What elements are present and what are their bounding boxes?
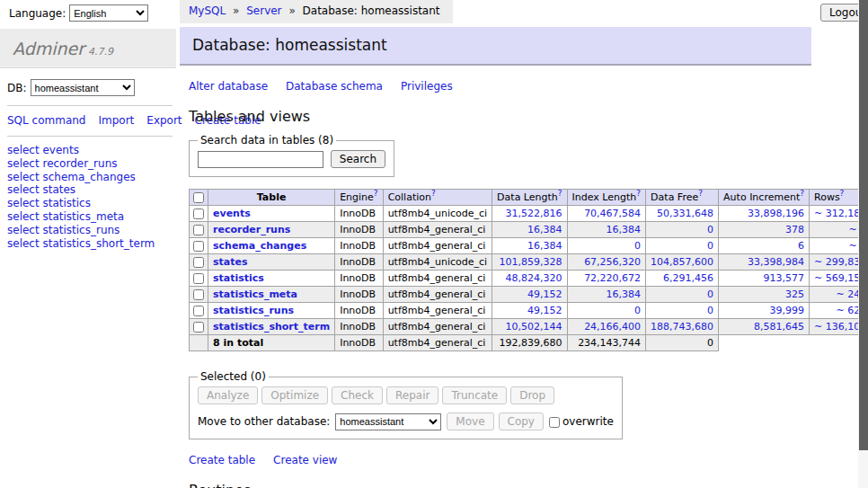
check-button[interactable]: Check bbox=[332, 386, 383, 404]
data-free-link[interactable]: 0 bbox=[707, 305, 713, 316]
table-link[interactable]: recorder_runs bbox=[213, 224, 290, 235]
index-length-link[interactable]: 72,220,672 bbox=[584, 272, 641, 284]
sidebar-table-link[interactable]: select states bbox=[7, 183, 173, 197]
app-version[interactable]: 4.7.9 bbox=[88, 46, 113, 58]
help-link[interactable]: ? bbox=[374, 189, 378, 198]
total-data-free: 0 bbox=[646, 335, 719, 351]
table-link[interactable]: events bbox=[213, 208, 251, 219]
index-length-link[interactable]: 24,166,400 bbox=[584, 321, 641, 333]
data-length-link[interactable]: 31,522,816 bbox=[506, 208, 562, 219]
scrollbar-thumb[interactable] bbox=[859, 0, 868, 450]
sidebar-action-link[interactable]: Import bbox=[98, 114, 134, 127]
data-length-link[interactable]: 16,384 bbox=[527, 240, 562, 252]
row-checkbox[interactable] bbox=[193, 257, 204, 268]
selected-legend: Selected (0) bbox=[198, 370, 269, 383]
auto-increment-link[interactable]: 39,999 bbox=[770, 305, 805, 316]
data-length-link[interactable]: 16,384 bbox=[527, 224, 562, 235]
copy-button[interactable]: Copy bbox=[499, 413, 544, 430]
sidebar-table-link[interactable]: select statistics_runs bbox=[7, 224, 173, 237]
table-link[interactable]: statistics_runs bbox=[213, 305, 294, 316]
row-checkbox[interactable] bbox=[193, 322, 204, 333]
help-link[interactable]: ? bbox=[558, 189, 562, 198]
drop-button[interactable]: Drop bbox=[510, 386, 554, 404]
move-db-select[interactable]: homeassistant bbox=[335, 413, 441, 430]
help-link[interactable]: ? bbox=[800, 189, 804, 198]
breadcrumb-link-mysql[interactable]: MySQL bbox=[189, 4, 226, 17]
auto-increment-link[interactable]: 6 bbox=[798, 240, 804, 252]
breadcrumb-link-server[interactable]: Server bbox=[246, 4, 281, 17]
analyze-button[interactable]: Analyze bbox=[198, 386, 258, 404]
data-length-link[interactable]: 48,824,320 bbox=[506, 272, 562, 284]
help-link[interactable]: ? bbox=[636, 189, 641, 198]
auto-increment-link[interactable]: 325 bbox=[785, 288, 804, 300]
sidebar-table-link[interactable]: select schema_changes bbox=[7, 171, 173, 184]
overwrite-checkbox[interactable] bbox=[549, 417, 560, 428]
data-free-link[interactable]: 50,331,648 bbox=[657, 208, 713, 219]
sidebar-table-link[interactable]: select recorder_runs bbox=[7, 157, 173, 171]
repair-button[interactable]: Repair bbox=[386, 386, 438, 404]
data-free-link[interactable]: 6,291,456 bbox=[663, 272, 713, 284]
column-header: Data Free? bbox=[646, 190, 719, 206]
row-checkbox[interactable] bbox=[193, 306, 204, 316]
optimize-button[interactable]: Optimize bbox=[261, 386, 328, 404]
search-button[interactable]: Search bbox=[331, 150, 385, 168]
db-action-link[interactable]: Alter database bbox=[189, 80, 268, 93]
data-length-link[interactable]: 101,859,328 bbox=[500, 256, 562, 268]
engine-cell: InnoDB bbox=[335, 206, 383, 222]
scrollbar-track[interactable] bbox=[858, 0, 868, 488]
sidebar-table-link[interactable]: select events bbox=[7, 144, 173, 157]
auto-increment-link[interactable]: 378 bbox=[785, 224, 804, 235]
db-action-link[interactable]: Privileges bbox=[401, 80, 453, 93]
table-link[interactable]: statistics bbox=[213, 272, 264, 284]
row-checkbox[interactable] bbox=[193, 225, 204, 235]
overwrite-label[interactable]: overwrite bbox=[562, 415, 614, 428]
column-header-label: Rows bbox=[814, 191, 840, 203]
data-length-link[interactable]: 49,152 bbox=[527, 305, 562, 316]
search-input[interactable] bbox=[198, 151, 323, 168]
table-link[interactable]: statistics_meta bbox=[213, 288, 297, 300]
help-link[interactable]: ? bbox=[840, 189, 845, 198]
data-length-link[interactable]: 10,502,144 bbox=[506, 321, 562, 333]
sidebar-table-link[interactable]: select statistics_short_term bbox=[7, 237, 173, 251]
auto-increment-link[interactable]: 913,577 bbox=[764, 272, 805, 284]
auto-increment-link[interactable]: 33,398,984 bbox=[748, 256, 804, 268]
db-action-links: Alter databaseDatabase schemaPrivileges bbox=[189, 80, 819, 93]
create-link[interactable]: Create view bbox=[273, 454, 337, 466]
sidebar-table-link[interactable]: select statistics bbox=[7, 197, 173, 210]
help-link[interactable]: ? bbox=[698, 189, 703, 198]
data-free-link[interactable]: 0 bbox=[707, 240, 713, 252]
db-action-link[interactable]: Database schema bbox=[286, 80, 383, 93]
row-checkbox[interactable] bbox=[193, 209, 204, 219]
select-all-checkbox[interactable] bbox=[193, 192, 204, 203]
index-length-link[interactable]: 0 bbox=[634, 240, 641, 252]
index-length-link[interactable]: 70,467,584 bbox=[584, 208, 641, 219]
move-button[interactable]: Move bbox=[447, 413, 493, 430]
sidebar-action-link[interactable]: Export bbox=[146, 114, 182, 127]
index-length-link[interactable]: 67,256,320 bbox=[584, 256, 641, 268]
auto-increment-link[interactable]: 33,898,196 bbox=[748, 208, 804, 219]
index-length-link[interactable]: 0 bbox=[634, 305, 641, 316]
help-link[interactable]: ? bbox=[431, 189, 436, 198]
sidebar-table-link[interactable]: select statistics_meta bbox=[7, 210, 173, 224]
sidebar-action-link[interactable]: SQL command bbox=[7, 114, 85, 127]
truncate-button[interactable]: Truncate bbox=[442, 386, 507, 404]
table-link[interactable]: statistics_short_term bbox=[213, 321, 330, 333]
data-free-link[interactable]: 0 bbox=[707, 224, 713, 235]
index-length-link[interactable]: 16,384 bbox=[607, 288, 642, 300]
db-select[interactable]: homeassistant bbox=[31, 79, 135, 96]
table-link[interactable]: schema_changes bbox=[213, 240, 306, 252]
data-free-link[interactable]: 104,857,600 bbox=[651, 256, 713, 268]
table-link[interactable]: states bbox=[213, 256, 248, 268]
row-checkbox[interactable] bbox=[193, 273, 204, 284]
collation-cell: utf8mb4_general_ci bbox=[383, 303, 492, 319]
language-select[interactable]: English bbox=[69, 4, 148, 22]
create-link[interactable]: Create table bbox=[189, 454, 255, 466]
auto-increment-link[interactable]: 8,581,645 bbox=[754, 321, 804, 333]
column-header: Data Length? bbox=[492, 190, 567, 206]
data-length-link[interactable]: 49,152 bbox=[527, 288, 562, 300]
index-length-link[interactable]: 16,384 bbox=[607, 224, 642, 235]
row-checkbox[interactable] bbox=[193, 289, 204, 300]
data-free-link[interactable]: 188,743,680 bbox=[651, 321, 713, 333]
row-checkbox[interactable] bbox=[193, 241, 204, 252]
data-free-link[interactable]: 0 bbox=[707, 288, 713, 300]
